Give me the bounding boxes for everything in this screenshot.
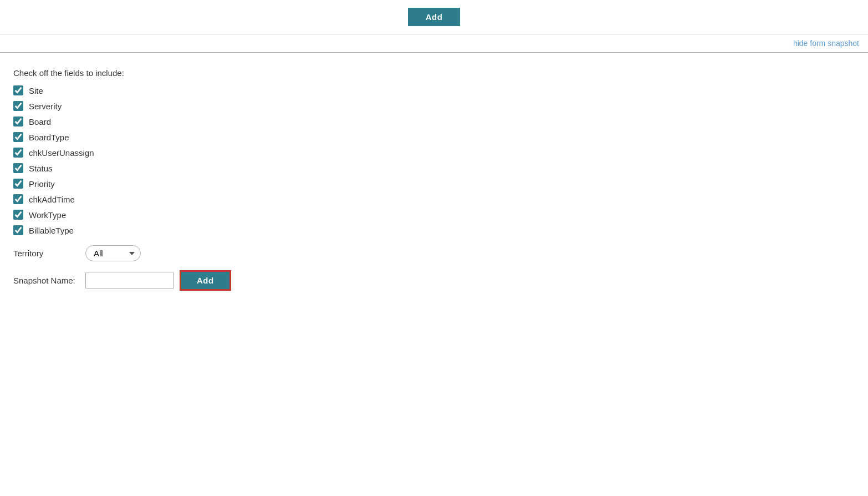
field-label-field_serverity: Serverity: [29, 102, 62, 111]
list-item: chkUserUnassign: [13, 148, 855, 158]
list-item: Board: [13, 117, 855, 126]
snapshot-name-row: Snapshot Name: Add: [13, 270, 855, 291]
field-checkbox-field_billabletype[interactable]: [13, 225, 23, 235]
field-label-field_chkaddtime: chkAddTime: [29, 195, 75, 204]
snapshot-name-input[interactable]: [85, 272, 174, 289]
field-checkbox-field_worktype[interactable]: [13, 210, 23, 220]
field-checkbox-field_serverity[interactable]: [13, 101, 23, 111]
field-label-field_site: Site: [29, 86, 43, 95]
field-label-field_worktype: WorkType: [29, 210, 66, 220]
field-checkbox-field_boardtype[interactable]: [13, 132, 23, 142]
territory-select[interactable]: AllEastWestNorthSouth: [85, 245, 141, 261]
list-item: BillableType: [13, 225, 855, 235]
hide-form-snapshot-link[interactable]: hide form snapshot: [793, 39, 859, 48]
top-bar: Add: [0, 0, 868, 34]
field-label-field_boardtype: BoardType: [29, 133, 69, 142]
territory-row: Territory AllEastWestNorthSouth: [13, 245, 855, 261]
list-item: Serverity: [13, 101, 855, 111]
snapshot-name-label: Snapshot Name:: [13, 276, 85, 285]
field-checkbox-field_priority[interactable]: [13, 179, 23, 189]
fields-instruction: Check off the fields to include:: [13, 68, 855, 78]
field-checkbox-field_site[interactable]: [13, 85, 23, 95]
field-label-field_chkuserunassign: chkUserUnassign: [29, 148, 94, 158]
list-item: WorkType: [13, 210, 855, 220]
field-label-field_status: Status: [29, 164, 53, 173]
field-checkbox-field_chkaddtime[interactable]: [13, 194, 23, 204]
list-item: Priority: [13, 179, 855, 189]
territory-label: Territory: [13, 249, 85, 258]
add-button-bottom[interactable]: Add: [180, 270, 231, 291]
add-button-top[interactable]: Add: [408, 8, 461, 26]
field-checkbox-field_board[interactable]: [13, 117, 23, 126]
hide-snapshot-link-row: hide form snapshot: [0, 34, 868, 52]
field-label-field_priority: Priority: [29, 179, 55, 189]
list-item: Status: [13, 163, 855, 173]
list-item: Site: [13, 85, 855, 95]
field-label-field_board: Board: [29, 117, 51, 126]
list-item: chkAddTime: [13, 194, 855, 204]
divider: [0, 52, 868, 53]
field-label-field_billabletype: BillableType: [29, 226, 74, 235]
field-checkbox-field_chkuserunassign[interactable]: [13, 148, 23, 158]
field-checkbox-field_status[interactable]: [13, 163, 23, 173]
form-snapshot: Check off the fields to include: SiteSer…: [0, 63, 868, 313]
list-item: BoardType: [13, 132, 855, 142]
checkbox-list: SiteServerityBoardBoardTypechkUserUnassi…: [13, 85, 855, 235]
